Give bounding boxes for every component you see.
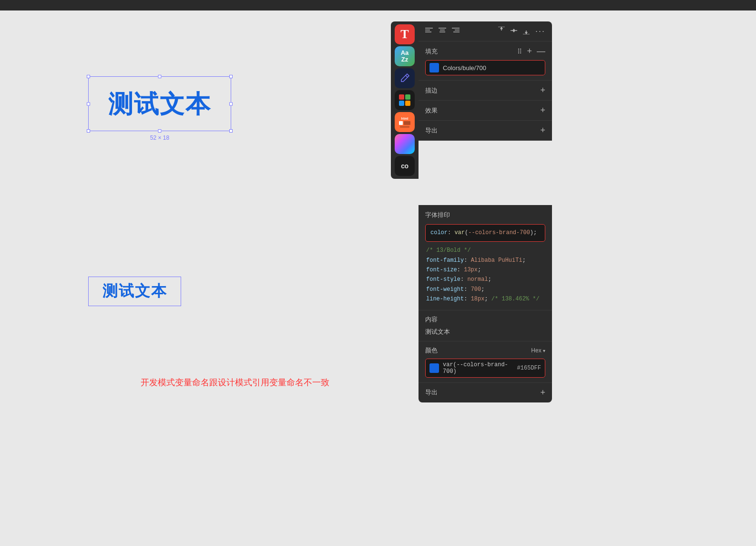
- sidebar-icon-pen[interactable]: [395, 68, 415, 88]
- fill-section-header: 填充 ⠿ + —: [425, 46, 545, 56]
- effect-plus-icon[interactable]: +: [540, 105, 545, 115]
- t-letter: T: [400, 27, 409, 41]
- pen-svg: [399, 73, 410, 83]
- typography-section: 字体排印 color: var(--colors-brand-700); /* …: [419, 205, 552, 310]
- sidebar-icon-gradient[interactable]: [395, 134, 415, 154]
- valign-middle-icon[interactable]: [511, 27, 517, 36]
- right-panel-top: ··· 填充 ⠿ + — Colors/bule/700 描边 +: [419, 21, 552, 141]
- svg-marker-18: [512, 29, 515, 31]
- code-highlighted-line: color: var(--colors-brand-700);: [430, 228, 540, 237]
- content-title: 内容: [425, 315, 545, 324]
- left-sidebar: T AaZz html: [391, 21, 419, 179]
- valign-bottom-icon[interactable]: [523, 27, 530, 36]
- effect-section: 效果 +: [419, 101, 552, 121]
- handle-mr[interactable]: [229, 102, 233, 105]
- color-section: 颜色 Hex ▾ var(--colors-brand-700) #165DFF: [419, 341, 552, 383]
- more-options-icon[interactable]: ···: [535, 26, 545, 36]
- typo-comment: /* 13/Bold */: [426, 246, 544, 255]
- text-element-large[interactable]: 测试文本 52 × 18: [88, 76, 231, 131]
- content-section: 内容 测试文本: [419, 310, 552, 341]
- canvas: 测试文本 52 × 18 测试文本 开发模式变量命名跟设计模式引用变量命名不一致…: [0, 0, 756, 546]
- sidebar-icon-color[interactable]: [395, 90, 415, 110]
- effect-title: 效果: [425, 106, 438, 115]
- grid-icon[interactable]: ⠿: [517, 48, 522, 55]
- color-hex-value: #165DFF: [517, 365, 541, 371]
- fill-plus-icon[interactable]: +: [527, 46, 532, 56]
- color-header: 颜色 Hex ▾: [425, 346, 545, 355]
- svg-rect-3: [399, 101, 404, 106]
- code-highlighted-block[interactable]: color: var(--colors-brand-700);: [425, 224, 545, 242]
- sidebar-icon-co[interactable]: co: [395, 156, 415, 176]
- color-item-swatch: [429, 363, 439, 373]
- effect-section-header: 效果 +: [425, 105, 545, 115]
- color-title: 颜色: [425, 346, 438, 355]
- sidebar-icon-t[interactable]: T: [395, 24, 415, 44]
- export-section-top: 导出 +: [419, 121, 552, 141]
- stroke-section: 描边 +: [419, 81, 552, 101]
- typo-font-weight: font-weight: 700;: [426, 285, 544, 294]
- stroke-section-header: 描边 +: [425, 85, 545, 95]
- handle-br[interactable]: [229, 129, 233, 133]
- fill-title: 填充: [425, 47, 438, 56]
- color-grid-svg: [398, 93, 411, 107]
- handle-bl[interactable]: [87, 129, 90, 133]
- stroke-plus-icon[interactable]: +: [540, 85, 545, 95]
- typo-font-family: font-family: Alibaba PuHuiTi;: [426, 256, 544, 265]
- size-label: 52 × 18: [150, 134, 169, 141]
- svg-rect-4: [405, 101, 410, 106]
- error-text: 开发模式变量命名跟设计模式引用变量命名不一致: [141, 377, 329, 388]
- align-right-icon[interactable]: [452, 27, 460, 36]
- fill-actions: ⠿ + —: [517, 46, 545, 56]
- hex-dropdown[interactable]: Hex ▾: [531, 347, 545, 354]
- typo-line-height: line-height: 18px; /* 138.462% */: [426, 294, 544, 304]
- fill-section: 填充 ⠿ + — Colors/bule/700: [419, 41, 552, 81]
- handle-tr[interactable]: [229, 75, 233, 78]
- sidebar-icon-aa[interactable]: AaZz: [395, 46, 415, 66]
- co-text: co: [401, 162, 408, 170]
- handle-tc[interactable]: [158, 75, 162, 78]
- text-large-content: 测试文本: [108, 92, 211, 116]
- export-title: 导出: [425, 388, 438, 397]
- fill-color-swatch: [429, 63, 439, 72]
- typography-title: 字体排印: [425, 211, 545, 219]
- text-small-content: 测试文本: [102, 281, 167, 302]
- typography-props: /* 13/Bold */ font-family: Alibaba PuHui…: [425, 246, 545, 304]
- export-plus-icon[interactable]: +: [540, 388, 545, 398]
- fill-color-name: Colors/bule/700: [443, 64, 486, 72]
- svg-rect-2: [405, 94, 410, 100]
- handle-bc[interactable]: [158, 129, 162, 133]
- text-element-small[interactable]: 测试文本: [88, 277, 181, 306]
- aa-text: AaZz: [401, 50, 409, 63]
- align-left-icon[interactable]: [425, 27, 433, 36]
- svg-marker-19: [512, 31, 515, 32]
- typo-font-style: font-style: normal;: [426, 275, 544, 284]
- color-item[interactable]: var(--colors-brand-700) #165DFF: [425, 359, 545, 378]
- export-section-bottom: 导出 +: [419, 383, 552, 402]
- stroke-title: 描边: [425, 86, 438, 95]
- valign-top-icon[interactable]: [498, 27, 505, 36]
- right-panel-bottom: 字体排印 color: var(--colors-brand-700); /* …: [419, 205, 552, 402]
- align-center-icon[interactable]: [439, 27, 446, 36]
- html-text: html: [401, 117, 409, 120]
- export-top-plus-icon[interactable]: +: [540, 125, 545, 135]
- export-section-top-header: 导出 +: [425, 125, 545, 135]
- svg-rect-1: [399, 94, 404, 100]
- fill-minus-icon[interactable]: —: [537, 46, 545, 56]
- color-variable-name: var(--colors-brand-700): [443, 361, 513, 375]
- toolbar-row: ···: [419, 21, 552, 41]
- hex-arrow-icon: ▾: [543, 348, 545, 353]
- content-value: 测试文本: [425, 328, 545, 336]
- hex-label-text: Hex: [531, 347, 541, 354]
- export-header: 导出 +: [425, 388, 545, 398]
- handle-ml[interactable]: [87, 102, 90, 105]
- export-title-top: 导出: [425, 126, 438, 135]
- code-prop: color: [430, 229, 448, 236]
- fill-item[interactable]: Colors/bule/700: [425, 60, 545, 75]
- sidebar-icon-html[interactable]: html: [395, 112, 415, 132]
- top-bar: [0, 0, 756, 10]
- svg-line-0: [406, 75, 408, 77]
- typo-font-size: font-size: 13px;: [426, 265, 544, 275]
- handle-tl[interactable]: [87, 75, 90, 78]
